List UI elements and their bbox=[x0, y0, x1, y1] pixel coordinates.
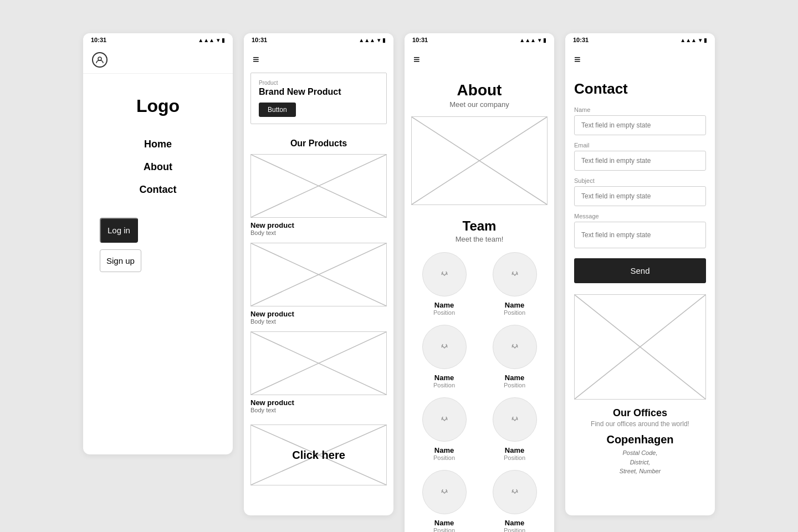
status-icons-3: ▲▲▲ ▾ ▮ bbox=[519, 37, 546, 43]
product-image-2 bbox=[250, 243, 387, 306]
member-name-2: Name bbox=[484, 301, 545, 309]
form-label-subject: Subject bbox=[574, 177, 706, 184]
screen-products: 10:31 ▲▲▲ ▾ ▮ ≡ Product Brand New Produc… bbox=[244, 33, 393, 515]
hamburger-icon: ≡ bbox=[413, 53, 420, 65]
nav-links: Home About Contact bbox=[83, 133, 233, 218]
team-member-7: Name Position bbox=[413, 470, 475, 532]
hamburger-icon: ≡ bbox=[574, 53, 581, 65]
city-title: Copenhagen bbox=[565, 433, 715, 446]
about-title: About bbox=[405, 73, 554, 100]
form-group-message: Message bbox=[565, 209, 715, 252]
member-name-1: Name bbox=[413, 301, 475, 309]
signup-button[interactable]: Sign up bbox=[100, 249, 141, 272]
screen-about: 10:31 ▲▲▲ ▾ ▮ ≡ About Meet our company T… bbox=[405, 33, 554, 532]
form-input-subject[interactable] bbox=[574, 186, 706, 206]
hero-product-title: Brand New Product bbox=[259, 87, 378, 97]
click-here-text: Click here bbox=[292, 449, 345, 462]
team-grid: Name Position Name Position Name Positio… bbox=[405, 252, 554, 532]
hamburger-icon: ≡ bbox=[253, 53, 259, 65]
team-member-2: Name Position bbox=[484, 252, 545, 316]
status-icons-1: ▲▲▲ ▾ ▮ bbox=[198, 37, 225, 43]
svg-line-11 bbox=[575, 295, 705, 399]
signal-icon: ▲▲▲ bbox=[680, 37, 697, 43]
svg-line-5 bbox=[251, 332, 386, 395]
team-member-3: Name Position bbox=[413, 325, 475, 388]
wifi-icon: ▾ bbox=[538, 37, 541, 43]
team-member-5: Name Position bbox=[413, 397, 475, 461]
hero-banner: Product Brand New Product Button bbox=[250, 73, 387, 124]
team-avatar-5 bbox=[422, 397, 467, 442]
screen-navigation: 10:31 ▲▲▲ ▾ ▮ Logo Home About Contact Lo… bbox=[83, 33, 233, 454]
signal-icon: ▲▲▲ bbox=[519, 37, 536, 43]
member-name-8: Name bbox=[484, 519, 545, 527]
product-name-3: New product bbox=[250, 398, 387, 407]
member-pos-7: Position bbox=[413, 527, 475, 532]
team-avatar-7 bbox=[422, 470, 467, 514]
member-pos-5: Position bbox=[413, 454, 475, 461]
avatar-icon[interactable] bbox=[92, 52, 108, 68]
time-4: 10:31 bbox=[573, 37, 589, 43]
team-avatar-4 bbox=[493, 325, 537, 369]
nav-link-about[interactable]: About bbox=[144, 161, 172, 173]
battery-icon: ▮ bbox=[382, 37, 386, 43]
nav-link-home[interactable]: Home bbox=[144, 139, 172, 150]
screen-contact: 10:31 ▲▲▲ ▾ ▮ ≡ Contact Name Email Subje… bbox=[565, 33, 715, 515]
status-icons-2: ▲▲▲ ▾ ▮ bbox=[359, 37, 386, 43]
product-name-1: New product bbox=[250, 221, 387, 229]
product-image-3 bbox=[250, 331, 387, 395]
offices-sub: Find our offices around the world! bbox=[565, 420, 715, 428]
send-button[interactable]: Send bbox=[574, 258, 706, 283]
signal-icon: ▲▲▲ bbox=[359, 37, 375, 43]
member-name-5: Name bbox=[413, 446, 475, 454]
product-item-1: New product Body text bbox=[244, 154, 393, 243]
team-member-4: Name Position bbox=[484, 325, 545, 388]
status-bar-2: 10:31 ▲▲▲ ▾ ▮ bbox=[244, 33, 393, 47]
product-image-1 bbox=[250, 154, 387, 218]
wifi-icon: ▾ bbox=[699, 37, 702, 43]
form-input-name[interactable] bbox=[574, 115, 706, 135]
about-image bbox=[411, 116, 548, 205]
products-section-title: Our Products bbox=[244, 131, 393, 154]
time-1: 10:31 bbox=[91, 37, 106, 43]
hero-button[interactable]: Button bbox=[259, 103, 296, 117]
team-member-1: Name Position bbox=[413, 252, 475, 316]
offices-title: Our Offices bbox=[565, 407, 715, 419]
signal-icon: ▲▲▲ bbox=[198, 37, 214, 43]
form-input-message[interactable] bbox=[574, 222, 706, 248]
login-button[interactable]: Log in bbox=[100, 218, 138, 243]
team-title: Team bbox=[405, 214, 554, 235]
hamburger-menu-3[interactable]: ≡ bbox=[405, 47, 554, 73]
member-pos-1: Position bbox=[413, 309, 475, 316]
team-avatar-3 bbox=[422, 325, 467, 369]
wifi-icon: ▾ bbox=[217, 37, 219, 43]
svg-line-6 bbox=[251, 332, 386, 395]
team-avatar-8 bbox=[493, 470, 537, 514]
click-here-banner[interactable]: Click here bbox=[250, 424, 387, 485]
team-member-6: Name Position bbox=[484, 397, 545, 461]
form-input-email[interactable] bbox=[574, 151, 706, 171]
hamburger-menu-2[interactable]: ≡ bbox=[244, 47, 393, 73]
member-name-7: Name bbox=[413, 519, 475, 527]
logo: Logo bbox=[83, 74, 233, 133]
form-label-message: Message bbox=[574, 213, 706, 219]
time-3: 10:31 bbox=[412, 37, 428, 43]
member-name-4: Name bbox=[484, 374, 545, 382]
city-details: Postal Code, District, Street, Number bbox=[565, 448, 715, 487]
status-icons-4: ▲▲▲ ▾ ▮ bbox=[680, 37, 707, 43]
team-sub: Meet the team! bbox=[405, 235, 554, 243]
team-avatar-1 bbox=[422, 252, 467, 296]
team-avatar-2 bbox=[493, 252, 537, 296]
battery-icon: ▮ bbox=[222, 37, 225, 43]
form-group-subject: Subject bbox=[565, 174, 715, 209]
screens-container: 10:31 ▲▲▲ ▾ ▮ Logo Home About Contact Lo… bbox=[83, 33, 715, 532]
svg-line-3 bbox=[251, 243, 386, 306]
form-group-name: Name bbox=[565, 103, 715, 139]
nav-link-contact[interactable]: Contact bbox=[140, 184, 177, 196]
form-group-email: Email bbox=[565, 139, 715, 174]
member-pos-3: Position bbox=[413, 382, 475, 388]
product-item-2: New product Body text bbox=[244, 243, 393, 331]
status-bar-1: 10:31 ▲▲▲ ▾ ▮ bbox=[83, 33, 233, 47]
hamburger-menu-4[interactable]: ≡ bbox=[565, 47, 715, 73]
product-body-3: Body text bbox=[250, 407, 387, 413]
product-item-3: New product Body text bbox=[244, 331, 393, 420]
